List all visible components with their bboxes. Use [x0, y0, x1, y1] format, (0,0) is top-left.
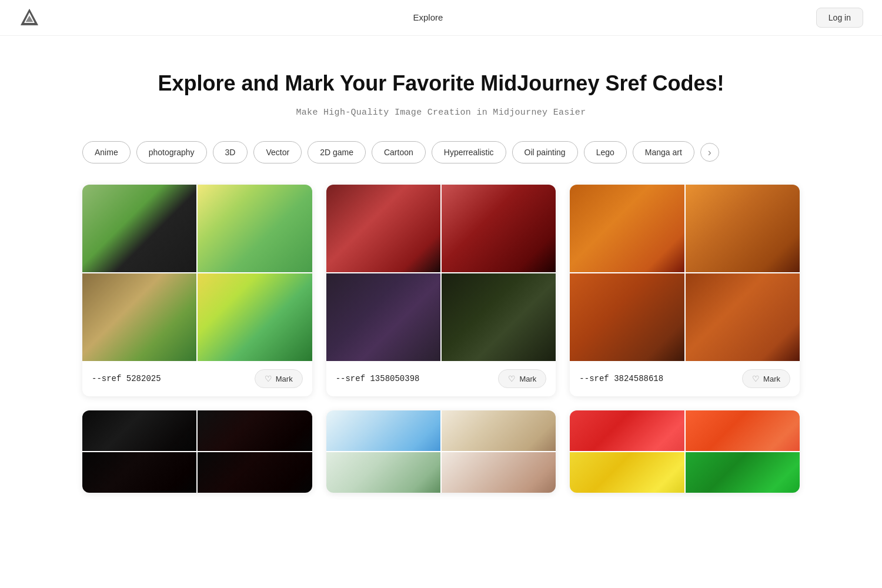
hero-heading: Explore and Mark Your Favorite MidJourne… [12, 71, 870, 96]
card-image-2 [198, 410, 312, 451]
card-image-3 [82, 452, 196, 493]
card-image-grid [570, 410, 800, 493]
card-image-2 [686, 410, 800, 451]
card-image-1 [82, 410, 196, 451]
mark-button[interactable]: ♡ Mark [498, 369, 546, 388]
card-image-grid [82, 410, 312, 493]
sref-card: --sref 1358050398 ♡ Mark [326, 185, 556, 396]
tag-button[interactable]: photography [136, 141, 207, 163]
hero-subheading: Make High-Quality Image Creation in Midj… [12, 108, 870, 118]
mark-button[interactable]: ♡ Mark [255, 369, 303, 388]
card-image-grid [82, 185, 312, 361]
cards-grid: --sref 5282025 ♡ Mark --sref 1358050398 … [0, 185, 882, 516]
card-image-4 [198, 452, 312, 493]
card-image-2 [198, 185, 312, 272]
sref-card-partial [570, 410, 800, 493]
card-image-2 [442, 410, 556, 451]
heart-icon: ♡ [508, 374, 516, 383]
card-image-1 [82, 185, 196, 272]
card-image-1 [326, 410, 440, 451]
card-image-2 [686, 185, 800, 272]
card-footer: --sref 5282025 ♡ Mark [82, 361, 312, 396]
tag-button[interactable]: Lego [584, 141, 627, 163]
card-footer: --sref 1358050398 ♡ Mark [326, 361, 556, 396]
heart-icon: ♡ [752, 374, 760, 383]
sref-code: --sref 1358050398 [336, 374, 420, 383]
card-image-4 [686, 273, 800, 361]
tag-button[interactable]: Vector [253, 141, 302, 163]
sref-code: --sref 5282025 [92, 374, 161, 383]
card-image-3 [570, 273, 684, 361]
mark-label: Mark [276, 375, 293, 383]
sref-card-partial [82, 410, 312, 493]
card-image-grid [326, 185, 556, 361]
tag-button[interactable]: Anime [82, 141, 131, 163]
tag-button[interactable]: Oil painting [512, 141, 578, 163]
hero-section: Explore and Mark Your Favorite MidJourne… [0, 36, 882, 141]
sref-code: --sref 3824588618 [579, 374, 663, 383]
logo-icon [19, 7, 40, 28]
card-image-4 [442, 452, 556, 493]
card-image-3 [326, 452, 440, 493]
tag-button[interactable]: 2D game [308, 141, 366, 163]
card-image-1 [326, 185, 440, 272]
nav-explore[interactable]: Explore [413, 12, 443, 22]
card-image-3 [570, 452, 684, 493]
main-nav: Explore [413, 12, 443, 23]
card-image-4 [442, 273, 556, 361]
mark-label: Mark [519, 375, 536, 383]
tag-button[interactable]: Hyperrealistic [432, 141, 506, 163]
card-footer: --sref 3824588618 ♡ Mark [570, 361, 800, 396]
more-tags-indicator[interactable]: › [700, 143, 719, 162]
card-image-1 [570, 185, 684, 272]
card-image-4 [686, 452, 800, 493]
tags-row: Animephotography3DVector2D gameCartoonHy… [0, 141, 882, 163]
tag-button[interactable]: 3D [213, 141, 248, 163]
mark-label: Mark [763, 375, 780, 383]
card-image-4 [198, 273, 312, 361]
card-image-3 [326, 273, 440, 361]
heart-icon: ♡ [265, 374, 272, 383]
logo-area [19, 7, 40, 28]
mark-button[interactable]: ♡ Mark [742, 369, 790, 388]
card-image-grid [326, 410, 556, 493]
sref-card-partial [326, 410, 556, 493]
sref-card: --sref 5282025 ♡ Mark [82, 185, 312, 396]
tag-button[interactable]: Cartoon [372, 141, 426, 163]
login-button[interactable]: Log in [816, 8, 863, 28]
card-image-1 [570, 410, 684, 451]
card-image-2 [442, 185, 556, 272]
sref-card: --sref 3824588618 ♡ Mark [570, 185, 800, 396]
card-image-grid [570, 185, 800, 361]
card-image-3 [82, 273, 196, 361]
tag-button[interactable]: Manga art [633, 141, 694, 163]
